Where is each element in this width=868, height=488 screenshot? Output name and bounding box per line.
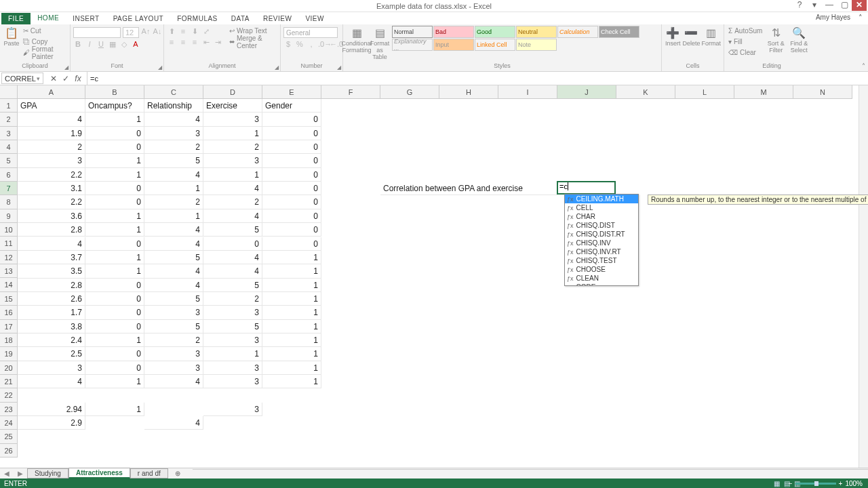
align-left-icon[interactable]: ≡ [167,38,176,47]
close-button[interactable]: ✕ [852,0,867,11]
tab-insert[interactable]: INSERT [66,13,106,24]
autocomplete-item[interactable]: ƒxCEILING.MATH [565,195,638,203]
align-middle-icon[interactable]: ≡ [178,27,188,36]
cell[interactable]: 0 [85,361,144,375]
cell[interactable]: 5 [144,292,203,306]
align-center-icon[interactable]: ≡ [178,38,188,47]
cell[interactable]: 0 [262,154,321,167]
cell[interactable]: 3 [203,113,262,126]
cell[interactable]: 3.5 [18,264,85,278]
cell[interactable]: 0 [85,320,144,333]
cell[interactable]: 0 [85,306,144,319]
indent-inc-icon[interactable]: ⇥ [213,38,222,47]
row-header[interactable]: 10 [0,223,18,237]
cell[interactable]: 2.2 [18,195,85,209]
autosum-button[interactable]: ΣAutoSum [727,26,764,36]
cell[interactable]: 4 [144,279,203,292]
cell[interactable]: 3.1 [18,182,85,195]
active-cell[interactable]: =c [557,181,616,195]
cell[interactable]: 2.6 [18,292,85,306]
column-header[interactable]: C [144,85,203,99]
cell[interactable]: 2 [144,195,203,209]
cell[interactable]: 4 [144,168,203,182]
format-cells-button[interactable]: ▥Format [701,26,721,47]
cell[interactable]: 3.6 [18,209,85,223]
cell[interactable]: 4 [203,264,262,278]
style-input[interactable]: Input [433,39,474,51]
clipboard-launcher[interactable]: ◢ [64,64,68,70]
conditional-formatting-button[interactable]: ▦ Conditional Formatting [346,26,368,54]
cell[interactable]: 0 [85,140,144,154]
cell[interactable]: 2.8 [18,223,85,237]
cell[interactable]: 1 [262,320,321,333]
autocomplete-item[interactable]: ƒxCHISQ.DIST.RT [565,230,638,239]
cell[interactable]: 0 [85,279,144,292]
row-header[interactable]: 8 [0,195,18,209]
paste-button[interactable]: 📋 Paste [3,26,20,47]
style-note[interactable]: Note [516,39,557,51]
cell[interactable]: 0 [262,140,321,154]
cell[interactable]: 0 [262,195,321,209]
row-header[interactable]: 1 [0,99,18,113]
cell[interactable]: 3 [144,127,203,140]
zoom-in-button[interactable]: + [839,480,843,487]
maximize-button[interactable]: ▢ [837,0,852,11]
font-name-box[interactable] [73,27,121,38]
cell[interactable]: 1 [203,168,262,182]
normal-view-icon[interactable]: ▦ [774,480,780,487]
column-header[interactable]: N [793,85,852,99]
autocomplete-item[interactable]: ƒxCHISQ.INV.RT [565,247,638,256]
tab-data[interactable]: DATA [224,13,256,24]
vertical-scrollbar[interactable] [859,85,868,468]
row-header[interactable]: 22 [0,388,18,402]
style-checkcell[interactable]: Check Cell [599,26,639,38]
row-header[interactable]: 25 [0,430,18,443]
cell[interactable]: 1 [85,375,144,388]
cell[interactable]: 0 [262,182,321,195]
cell[interactable]: 3 [144,361,203,375]
cell[interactable]: 1 [262,361,321,375]
column-header[interactable]: L [675,85,734,99]
row-header[interactable]: 9 [0,209,18,223]
enter-formula-icon[interactable]: ✓ [61,74,71,83]
cell[interactable]: Correlation between GPA and exercise [380,182,557,195]
cell[interactable]: 1 [85,168,144,182]
cell[interactable]: 0 [262,223,321,237]
sheet-tab-studying[interactable]: Studying [27,468,68,479]
cell[interactable]: 3 [203,154,262,167]
cell[interactable]: 2 [144,333,203,347]
cell[interactable]: 2 [203,140,262,154]
style-calculation[interactable]: Calculation [557,26,598,38]
cell[interactable]: 4 [144,375,203,388]
cell[interactable]: 1 [85,209,144,223]
cell[interactable]: 0 [85,127,144,140]
percent-icon[interactable]: % [295,40,304,48]
fill-color-button[interactable]: ◇ [119,40,129,49]
user-name[interactable]: Amy Hayes [816,14,850,21]
row-header[interactable]: 6 [0,168,18,182]
cell[interactable]: 3.8 [18,320,85,333]
cell[interactable]: 2 [144,140,203,154]
tab-file[interactable]: FILE [1,13,31,24]
column-header[interactable]: D [203,85,262,99]
zoom-level[interactable]: 100% [845,480,863,487]
cell[interactable]: 2.4 [18,333,85,347]
cell[interactable]: 3 [18,154,85,167]
row-header[interactable]: 18 [0,333,18,347]
zoom-out-button[interactable]: − [789,480,793,487]
cell[interactable]: 1 [262,375,321,388]
row-header[interactable]: 12 [0,251,18,264]
comma-icon[interactable]: , [307,40,316,48]
cell[interactable]: 1 [85,251,144,264]
cell-styles-gallery[interactable]: Normal Bad Good Neutral Calculation Chec… [392,26,639,51]
cell[interactable]: 3 [203,403,262,416]
cell[interactable]: 2.9 [18,416,85,430]
cell[interactable]: 4 [203,251,262,264]
sheet-tab-r-and-df[interactable]: r and df [130,468,168,479]
cell[interactable]: 5 [203,223,262,237]
cell[interactable]: 0 [262,113,321,126]
cell[interactable]: 3 [18,361,85,375]
cell[interactable]: 5 [144,320,203,333]
cell[interactable]: 4 [144,223,203,237]
cell[interactable]: 1 [262,251,321,264]
